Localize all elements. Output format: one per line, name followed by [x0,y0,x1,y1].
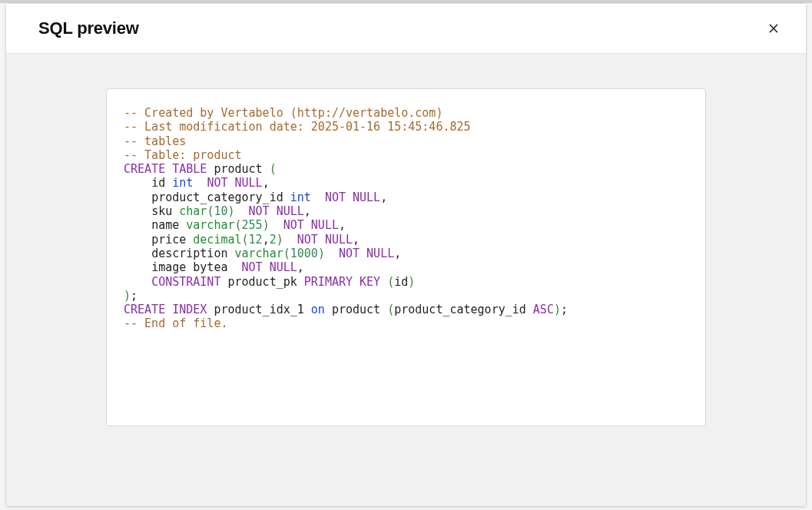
code-token: ( [387,303,394,316]
code-token: int [172,176,193,190]
sql-preview-modal: SQL preview -- Created by Vertabelo (htt… [6,4,806,506]
code-token: decimal [193,233,241,247]
code-token: , [339,218,346,232]
code-token: -- Created by Vertabelo (http://vertabel… [124,106,442,120]
code-token: char [179,204,207,218]
code-token: ) [124,289,131,303]
code-token: , [297,260,304,274]
code-token: ASC [533,303,554,316]
code-token: sku [151,204,172,218]
code-token: varchar [186,218,234,232]
code-token: , [304,204,311,218]
code-token: NOT [242,260,263,274]
code-token: NOT [207,176,227,190]
code-token: NULL [277,204,304,218]
code-token: , [353,233,360,247]
code-token: -- Last modification date: 2025-01-16 15… [124,120,471,134]
code-token: INDEX [172,303,207,316]
code-token: ( [283,247,290,260]
code-token: -- Table: product [124,148,242,162]
code-token: image [151,260,186,274]
code-token: NULL [353,190,380,204]
modal-body: -- Created by Vertabelo (http://vertabel… [6,54,806,506]
code-token: ( [270,162,277,176]
code-token: 2 [270,233,277,247]
code-token: NULL [235,176,263,190]
code-token: NULL [311,218,339,232]
code-token: -- tables [124,134,186,148]
sql-code-panel: -- Created by Vertabelo (http://vertabel… [106,88,706,426]
code-token: product [214,162,262,176]
code-token: NOT [339,247,360,260]
code-token: NOT [283,218,304,232]
modal-header: SQL preview [6,4,806,54]
code-token: ( [242,233,249,247]
code-token: product_pk [227,275,297,289]
code-token: 12 [249,233,263,247]
code-token: NOT [297,233,318,247]
app-toolbar-placeholder [0,0,812,3]
code-token: ( [387,275,394,289]
code-token: , [380,190,387,204]
code-token: 10 [214,204,227,218]
code-token: product_category_id [151,190,283,204]
sql-code[interactable]: -- Created by Vertabelo (http://vertabel… [124,106,688,331]
close-button[interactable] [763,18,784,39]
code-token: name [151,218,179,232]
code-token: id [151,176,165,190]
code-token: CREATE [124,303,165,316]
code-token: description [151,247,227,260]
code-token: 1000 [290,247,318,260]
code-token: CREATE [124,162,165,176]
code-token: product_idx_1 [214,303,303,316]
code-token: price [151,233,186,247]
close-icon [767,22,780,35]
code-token: , [394,247,401,260]
code-token: ) [408,275,415,289]
code-token: ; [561,303,568,316]
code-token: TABLE [172,162,207,176]
code-token: ( [235,218,242,232]
code-token: PRIMARY [304,275,353,289]
code-token: ) [227,204,234,218]
code-token: NULL [366,247,394,260]
code-token: int [290,190,311,204]
code-token: , [263,176,270,190]
code-token: id [394,275,408,289]
modal-title: SQL preview [38,18,139,38]
code-token: NOT [325,190,346,204]
code-token: NOT [249,204,270,218]
code-token: ) [277,233,283,247]
code-token: bytea [193,260,227,274]
code-token: , [263,233,270,247]
code-token: product [332,303,380,316]
code-token: CONSTRAINT [151,275,220,289]
code-token: varchar [235,247,283,260]
code-token: product_category_id [394,303,526,316]
code-token: on [311,303,325,316]
code-token: NULL [270,260,297,274]
code-token: NULL [325,233,353,247]
code-token: KEY [360,275,380,289]
code-token: ) [318,247,325,260]
code-token: -- End of file. [124,316,227,330]
code-token: ) [554,303,561,316]
code-token: ; [131,289,138,303]
code-token: ) [263,218,270,232]
code-token: 255 [242,218,263,232]
